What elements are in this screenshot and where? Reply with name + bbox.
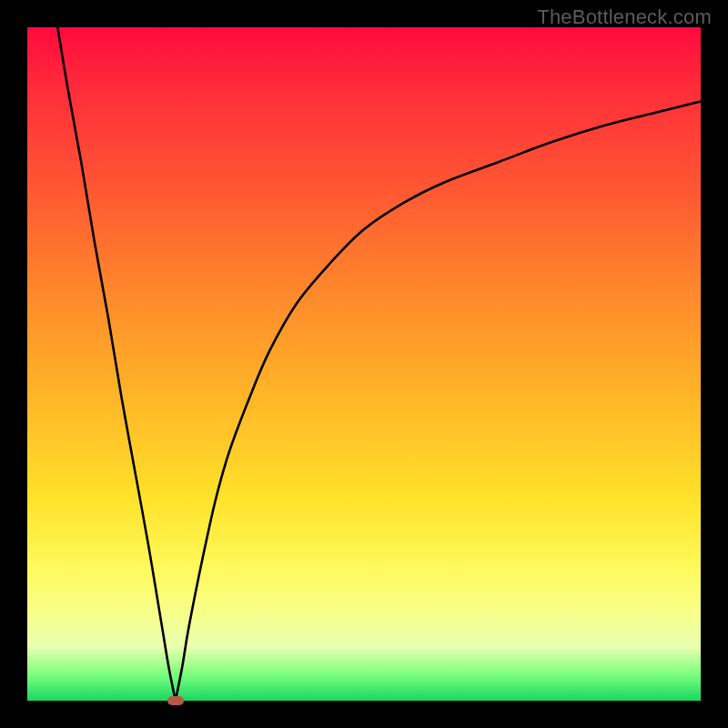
optimum-marker <box>167 696 184 705</box>
bottleneck-curve <box>27 27 701 701</box>
plot-area <box>27 27 701 701</box>
chart-frame: TheBottleneck.com <box>0 0 728 728</box>
watermark-text: TheBottleneck.com <box>537 5 712 29</box>
curve-path <box>57 27 701 705</box>
